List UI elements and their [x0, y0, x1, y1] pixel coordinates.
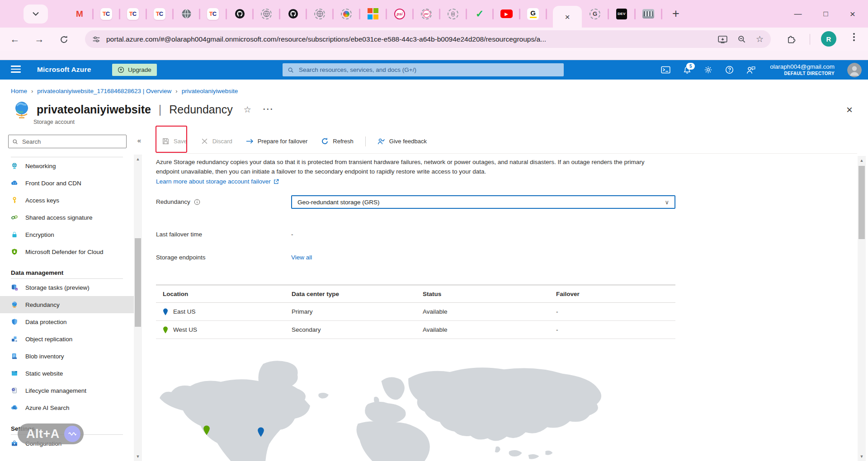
scroll-up-icon[interactable]: ▲ [134, 155, 142, 163]
window-maximize-button[interactable]: □ [823, 9, 828, 19]
browser-tab[interactable]: psi [416, 4, 436, 24]
breadcrumb-link[interactable]: privateolaniyiwebsite_1716846828623 | Ov… [37, 88, 171, 94]
sidebar-scrollbar[interactable]: ▲ ▼ [134, 155, 142, 461]
extensions-icon[interactable] [787, 34, 796, 43]
browser-tab[interactable]: TC [203, 4, 223, 24]
tab-search-button[interactable] [24, 5, 48, 24]
sidebar-search-input[interactable] [21, 138, 123, 146]
browser-tab[interactable] [363, 4, 383, 24]
cloud-shell-icon[interactable] [661, 66, 670, 74]
info-icon[interactable] [194, 199, 200, 205]
breadcrumb-link[interactable]: Home [11, 88, 27, 94]
content-scrollbar[interactable]: ▲ ▼ [858, 156, 866, 461]
account-avatar[interactable] [847, 63, 862, 77]
new-tab-button[interactable]: + [672, 8, 679, 20]
sidebar-item-access-keys[interactable]: Access keys [0, 192, 134, 209]
address-bar[interactable]: portal.azure.com/#@olaraph004gmail.onmic… [85, 30, 771, 48]
azure-search-input[interactable] [298, 66, 559, 74]
refresh-button[interactable]: Refresh [315, 133, 359, 150]
close-blade-icon[interactable]: × [846, 103, 853, 116]
browser-tab[interactable] [310, 4, 330, 24]
blob-inventory-icon [11, 353, 18, 360]
feedback-icon[interactable] [746, 66, 755, 74]
scroll-down-icon[interactable]: ▼ [134, 453, 142, 460]
tab-close-icon[interactable]: × [565, 13, 570, 21]
refresh-icon [321, 137, 329, 145]
browser-tab[interactable] [176, 4, 196, 24]
bookmark-star-icon[interactable]: ☆ [756, 35, 764, 43]
browser-tab[interactable]: G [585, 4, 605, 24]
sidebar-item-microsoft-defender-for-cloud[interactable]: Microsoft Defender for Cloud [0, 243, 134, 260]
zoom-out-icon[interactable] [737, 35, 746, 43]
sidebar-search-box[interactable] [8, 135, 127, 148]
settings-gear-icon[interactable] [704, 66, 712, 74]
table-row-east-us: East US Primary Available - [156, 303, 675, 321]
sidebar-item-encryption[interactable]: Encryption [0, 226, 134, 243]
sidebar-item-label: Networking [25, 163, 56, 169]
breadcrumb-link[interactable]: privateolaniyiwebsite [182, 88, 238, 94]
content-scrollbar-thumb[interactable] [859, 166, 865, 239]
hamburger-menu-icon[interactable] [11, 66, 21, 73]
search-icon [288, 67, 294, 73]
sidebar-item-azure-ai-search[interactable]: Azure AI Search [0, 399, 134, 416]
sidebar-item-networking[interactable]: Networking [0, 157, 134, 174]
browser-tab[interactable]: TC [96, 4, 116, 24]
sidebar-item-lifecycle-management[interactable]: Lifecycle management [0, 382, 134, 399]
browser-tab[interactable] [336, 4, 356, 24]
browser-tab[interactable]: M [70, 4, 90, 24]
browser-tab[interactable] [256, 4, 276, 24]
account-info[interactable]: olaraph004@gmail.com DEFAULT DIRECTORY [770, 63, 835, 76]
active-tab[interactable]: × [553, 6, 582, 28]
browser-tab[interactable] [443, 4, 463, 24]
collapse-sidebar-button[interactable]: « [137, 136, 141, 144]
give-feedback-button[interactable]: Give feedback [372, 133, 433, 150]
azure-search-bar[interactable] [283, 63, 564, 76]
sidebar-item-object-replication[interactable]: Object replication [0, 330, 134, 348]
browser-tab[interactable]: psi [390, 4, 410, 24]
help-icon[interactable] [725, 66, 734, 74]
window-minimize-button[interactable]: — [794, 9, 802, 19]
reload-button[interactable] [56, 32, 71, 47]
azure-brand[interactable]: Microsoft Azure [37, 66, 91, 74]
redundancy-dropdown[interactable]: Geo-redundant storage (GRS) ∨ [291, 195, 675, 209]
browser-tab[interactable] [283, 4, 303, 24]
tab-separator [199, 9, 200, 19]
window-close-button[interactable]: × [850, 9, 855, 19]
location-pin-icon [163, 326, 168, 334]
sidebar-scrollbar-thumb[interactable] [135, 238, 141, 327]
browser-tab[interactable]: G [523, 4, 543, 24]
browser-tab[interactable]: TC [150, 4, 170, 24]
view-all-link[interactable]: View all [291, 254, 312, 261]
browser-profile-avatar[interactable]: R [821, 31, 836, 47]
browser-tab[interactable]: DEV [612, 4, 632, 24]
upgrade-button[interactable]: Upgrade [112, 64, 157, 76]
sidebar-item-blob-inventory[interactable]: Blob inventory [0, 348, 134, 365]
browser-tab[interactable]: ✓ [470, 4, 490, 24]
back-button[interactable]: ← [7, 32, 23, 47]
learn-more-link[interactable]: Learn more about storage account failove… [156, 177, 271, 186]
screencast-icon[interactable] [718, 35, 727, 43]
site-info-icon[interactable] [92, 35, 100, 43]
sidebar-item-front-door-and-cdn[interactable]: Front Door and CDN [0, 174, 134, 192]
browser-tab[interactable]: ▶ [496, 4, 516, 24]
save-button[interactable]: Save [156, 133, 193, 150]
sidebar-item-data-protection[interactable]: Data protection [0, 313, 134, 330]
sidebar-item-shared-access-signature[interactable]: Shared access signature [0, 209, 134, 226]
microsoft-favicon [367, 8, 379, 20]
sidebar-item-storage-tasks-preview[interactable]: Storage tasks (preview) [0, 279, 134, 296]
sidebar-item-static-website[interactable]: Static website [0, 365, 134, 382]
browser-tab[interactable] [230, 4, 250, 24]
notifications-bell-icon[interactable]: 5 [683, 66, 691, 74]
sidebar-item-redundancy[interactable]: Redundancy [0, 296, 134, 313]
browser-tab[interactable] [638, 4, 658, 24]
scroll-down-icon[interactable]: ▼ [858, 453, 866, 460]
prepare-for-failover-button[interactable]: Prepare for failover [240, 133, 314, 150]
url-text[interactable]: portal.azure.com/#@olaraph004gmail.onmic… [106, 35, 708, 43]
favorite-star-icon[interactable]: ☆ [244, 104, 251, 115]
browser-menu-icon[interactable] [850, 33, 858, 41]
scroll-up-icon[interactable]: ▲ [858, 157, 866, 164]
forward-button[interactable]: → [32, 32, 47, 47]
browser-tab[interactable]: TC [123, 4, 143, 24]
more-options-icon[interactable]: ··· [263, 105, 274, 114]
discard-button[interactable]: Discard [195, 133, 238, 150]
